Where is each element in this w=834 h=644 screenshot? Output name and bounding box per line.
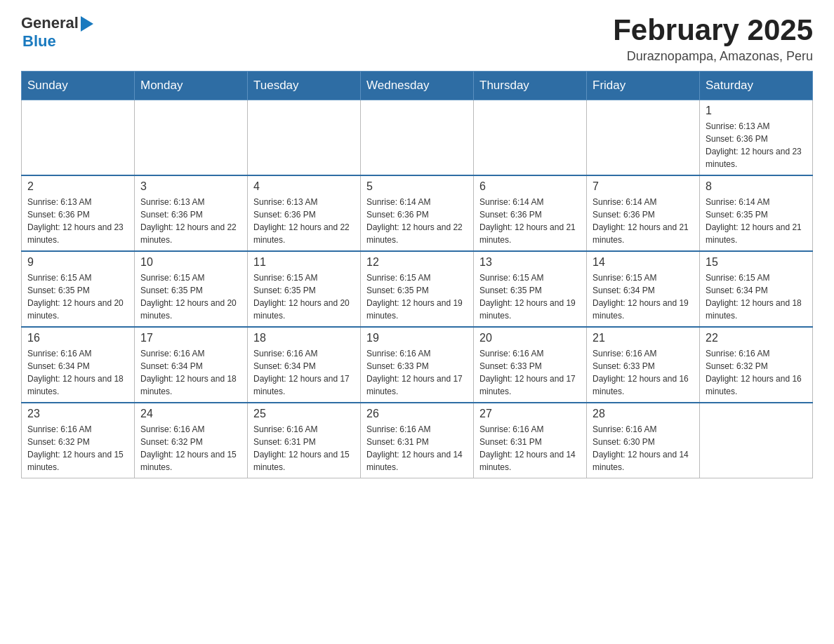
- calendar-week-1: 1Sunrise: 6:13 AM Sunset: 6:36 PM Daylig…: [22, 100, 813, 176]
- logo: General Blue: [21, 14, 93, 51]
- day-info: Sunrise: 6:13 AM Sunset: 6:36 PM Dayligh…: [140, 196, 241, 246]
- day-info: Sunrise: 6:16 AM Sunset: 6:33 PM Dayligh…: [593, 347, 694, 398]
- calendar-cell: 25Sunrise: 6:16 AM Sunset: 6:31 PM Dayli…: [248, 403, 361, 478]
- day-number: 23: [27, 408, 128, 420]
- calendar-cell: 20Sunrise: 6:16 AM Sunset: 6:33 PM Dayli…: [474, 327, 587, 403]
- day-number: 9: [27, 256, 128, 269]
- day-info: Sunrise: 6:16 AM Sunset: 6:31 PM Dayligh…: [253, 423, 355, 474]
- svg-marker-0: [81, 16, 93, 32]
- day-info: Sunrise: 6:15 AM Sunset: 6:35 PM Dayligh…: [27, 271, 128, 322]
- day-number: 6: [479, 180, 581, 193]
- location: Duraznopampa, Amazonas, Peru: [613, 49, 813, 64]
- calendar-cell: 7Sunrise: 6:14 AM Sunset: 6:36 PM Daylig…: [587, 175, 700, 251]
- calendar-cell: 8Sunrise: 6:14 AM Sunset: 6:35 PM Daylig…: [700, 175, 813, 251]
- day-number: 10: [140, 256, 241, 269]
- day-info: Sunrise: 6:14 AM Sunset: 6:36 PM Dayligh…: [479, 196, 581, 246]
- day-number: 28: [593, 408, 694, 420]
- logo-blue: Blue: [22, 32, 93, 51]
- calendar-cell: 16Sunrise: 6:16 AM Sunset: 6:34 PM Dayli…: [22, 327, 135, 403]
- day-info: Sunrise: 6:15 AM Sunset: 6:35 PM Dayligh…: [140, 271, 241, 322]
- day-info: Sunrise: 6:16 AM Sunset: 6:33 PM Dayligh…: [479, 347, 581, 398]
- day-number: 21: [593, 332, 694, 344]
- calendar-cell: 23Sunrise: 6:16 AM Sunset: 6:32 PM Dayli…: [22, 403, 135, 478]
- col-header-sunday: Sunday: [22, 72, 135, 100]
- month-title: February 2025: [613, 14, 813, 46]
- calendar-week-3: 9Sunrise: 6:15 AM Sunset: 6:35 PM Daylig…: [22, 251, 813, 327]
- calendar-cell: [361, 100, 474, 176]
- day-number: 15: [706, 256, 807, 269]
- calendar-cell: 12Sunrise: 6:15 AM Sunset: 6:35 PM Dayli…: [361, 251, 474, 327]
- calendar-cell: [248, 100, 361, 176]
- day-info: Sunrise: 6:16 AM Sunset: 6:34 PM Dayligh…: [253, 347, 355, 398]
- day-number: 1: [706, 105, 807, 117]
- day-number: 20: [479, 332, 581, 344]
- calendar-week-2: 2Sunrise: 6:13 AM Sunset: 6:36 PM Daylig…: [22, 175, 813, 251]
- day-number: 24: [140, 408, 241, 420]
- calendar-cell: 4Sunrise: 6:13 AM Sunset: 6:36 PM Daylig…: [248, 175, 361, 251]
- day-info: Sunrise: 6:16 AM Sunset: 6:30 PM Dayligh…: [593, 423, 694, 474]
- calendar-week-5: 23Sunrise: 6:16 AM Sunset: 6:32 PM Dayli…: [22, 403, 813, 478]
- day-number: 8: [706, 180, 807, 193]
- calendar-header-row: SundayMondayTuesdayWednesdayThursdayFrid…: [22, 72, 813, 100]
- calendar-week-4: 16Sunrise: 6:16 AM Sunset: 6:34 PM Dayli…: [22, 327, 813, 403]
- day-info: Sunrise: 6:16 AM Sunset: 6:31 PM Dayligh…: [366, 423, 468, 474]
- col-header-friday: Friday: [587, 72, 700, 100]
- calendar-cell: 28Sunrise: 6:16 AM Sunset: 6:30 PM Dayli…: [587, 403, 700, 478]
- calendar-cell: 27Sunrise: 6:16 AM Sunset: 6:31 PM Dayli…: [474, 403, 587, 478]
- day-info: Sunrise: 6:13 AM Sunset: 6:36 PM Dayligh…: [253, 196, 355, 246]
- calendar-cell: [135, 100, 248, 176]
- day-info: Sunrise: 6:13 AM Sunset: 6:36 PM Dayligh…: [706, 120, 807, 170]
- day-info: Sunrise: 6:15 AM Sunset: 6:35 PM Dayligh…: [479, 271, 581, 322]
- calendar-cell: 5Sunrise: 6:14 AM Sunset: 6:36 PM Daylig…: [361, 175, 474, 251]
- calendar-cell: 26Sunrise: 6:16 AM Sunset: 6:31 PM Dayli…: [361, 403, 474, 478]
- calendar-cell: 17Sunrise: 6:16 AM Sunset: 6:34 PM Dayli…: [135, 327, 248, 403]
- calendar-cell: [474, 100, 587, 176]
- day-number: 5: [366, 180, 468, 193]
- day-info: Sunrise: 6:16 AM Sunset: 6:31 PM Dayligh…: [479, 423, 581, 474]
- calendar-cell: [700, 403, 813, 478]
- day-info: Sunrise: 6:14 AM Sunset: 6:36 PM Dayligh…: [593, 196, 694, 246]
- calendar-cell: 21Sunrise: 6:16 AM Sunset: 6:33 PM Dayli…: [587, 327, 700, 403]
- day-number: 4: [253, 180, 355, 193]
- day-info: Sunrise: 6:14 AM Sunset: 6:36 PM Dayligh…: [366, 196, 468, 246]
- calendar-cell: 19Sunrise: 6:16 AM Sunset: 6:33 PM Dayli…: [361, 327, 474, 403]
- day-number: 7: [593, 180, 694, 193]
- day-number: 2: [27, 180, 128, 193]
- day-number: 25: [253, 408, 355, 420]
- calendar-cell: 10Sunrise: 6:15 AM Sunset: 6:35 PM Dayli…: [135, 251, 248, 327]
- day-number: 26: [366, 408, 468, 420]
- day-info: Sunrise: 6:16 AM Sunset: 6:34 PM Dayligh…: [27, 347, 128, 398]
- calendar-cell: 14Sunrise: 6:15 AM Sunset: 6:34 PM Dayli…: [587, 251, 700, 327]
- day-info: Sunrise: 6:15 AM Sunset: 6:34 PM Dayligh…: [706, 271, 807, 322]
- calendar-cell: [587, 100, 700, 176]
- title-section: February 2025 Duraznopampa, Amazonas, Pe…: [613, 14, 813, 64]
- day-info: Sunrise: 6:13 AM Sunset: 6:36 PM Dayligh…: [27, 196, 128, 246]
- calendar-cell: 24Sunrise: 6:16 AM Sunset: 6:32 PM Dayli…: [135, 403, 248, 478]
- calendar-cell: 6Sunrise: 6:14 AM Sunset: 6:36 PM Daylig…: [474, 175, 587, 251]
- calendar-cell: 13Sunrise: 6:15 AM Sunset: 6:35 PM Dayli…: [474, 251, 587, 327]
- calendar-cell: 1Sunrise: 6:13 AM Sunset: 6:36 PM Daylig…: [700, 100, 813, 176]
- calendar-cell: 11Sunrise: 6:15 AM Sunset: 6:35 PM Dayli…: [248, 251, 361, 327]
- day-number: 3: [140, 180, 241, 193]
- logo-arrow-icon: [81, 16, 93, 32]
- day-number: 18: [253, 332, 355, 344]
- day-number: 17: [140, 332, 241, 344]
- day-number: 12: [366, 256, 468, 269]
- calendar-cell: 22Sunrise: 6:16 AM Sunset: 6:32 PM Dayli…: [700, 327, 813, 403]
- day-number: 13: [479, 256, 581, 269]
- calendar-table: SundayMondayTuesdayWednesdayThursdayFrid…: [21, 71, 813, 478]
- day-info: Sunrise: 6:16 AM Sunset: 6:34 PM Dayligh…: [140, 347, 241, 398]
- calendar-cell: 15Sunrise: 6:15 AM Sunset: 6:34 PM Dayli…: [700, 251, 813, 327]
- day-number: 27: [479, 408, 581, 420]
- day-number: 11: [253, 256, 355, 269]
- day-info: Sunrise: 6:15 AM Sunset: 6:35 PM Dayligh…: [253, 271, 355, 322]
- calendar-cell: 18Sunrise: 6:16 AM Sunset: 6:34 PM Dayli…: [248, 327, 361, 403]
- day-info: Sunrise: 6:16 AM Sunset: 6:32 PM Dayligh…: [706, 347, 807, 398]
- page-header: General Blue February 2025 Duraznopampa,…: [21, 14, 813, 64]
- calendar-cell: 2Sunrise: 6:13 AM Sunset: 6:36 PM Daylig…: [22, 175, 135, 251]
- calendar-cell: 9Sunrise: 6:15 AM Sunset: 6:35 PM Daylig…: [22, 251, 135, 327]
- day-number: 14: [593, 256, 694, 269]
- day-number: 16: [27, 332, 128, 344]
- col-header-thursday: Thursday: [474, 72, 587, 100]
- day-info: Sunrise: 6:15 AM Sunset: 6:34 PM Dayligh…: [593, 271, 694, 322]
